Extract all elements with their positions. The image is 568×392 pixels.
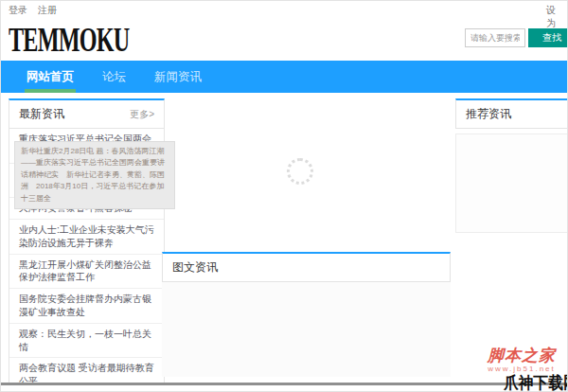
latest-news-header: 最新资讯 更多> [9,100,164,129]
set-homepage-link[interactable]: 设为 [546,5,556,28]
jb51-watermark: 脚本之家 www.jb51.net [482,347,561,373]
register-link[interactable]: 注册 [38,5,57,15]
site-logo: TEMMOKU [9,20,130,60]
page: 登录 注册 设为 TEMMOKU 查找 网站首页 论坛 新闻资讯 最新资讯 更多… [0,0,568,392]
photo-news-title: 图文资讯 [172,259,218,276]
jb51-site-url: www.jb51.net [482,365,561,373]
news-item[interactable]: 国务院安委会挂牌督办内蒙古银漫矿业事故查处 [9,289,164,324]
loading-spinner [287,158,313,185]
recommended-panel: 推荐资讯 [455,98,568,233]
photo-news-header: 图文资讯 [162,252,451,282]
search-input[interactable] [465,28,525,47]
more-link[interactable]: 更多> [130,108,154,121]
recommended-title: 推荐资讯 [466,106,511,122]
recommended-body [455,134,568,233]
corner-watermark: 爪神下载网 [504,373,568,392]
nav-item[interactable]: 网站首页 [12,61,88,93]
topbar: 登录 注册 设为 [1,1,567,16]
news-item[interactable]: 两会教育议题 受访者最期待教育公平 [9,358,164,384]
login-link[interactable]: 登录 [9,5,27,15]
nav-item[interactable]: 论坛 [88,61,140,93]
nav-item[interactable]: 新闻资讯 [140,61,216,93]
latest-news-title: 最新资讯 [19,106,64,122]
recommended-header: 推荐资讯 [455,98,568,129]
topbar-left: 登录 注册 [9,4,64,13]
photo-news-body [162,282,451,377]
page-bottom-border [1,383,567,385]
topbar-right: 设为 [546,4,559,13]
news-item[interactable]: 业内人士:工业企业未安装大气污染防治设施无异于裸奔 [9,220,164,255]
jb51-site-name: 脚本之家 [482,347,561,364]
news-item[interactable]: 观察：民生关切，一枝一叶总关情 [9,324,164,359]
search-bar: 查找 [465,28,568,47]
news-item[interactable]: 黑龙江开展小煤矿关闭整治公益保护法律监督工作 [9,255,164,290]
news-tooltip: 新华社重庆2月28日电 题：春风浩荡两江潮——重庆落实习近平总书记全国两会重要讲… [14,141,175,209]
main-nav: 网站首页 论坛 新闻资讯 [1,61,567,93]
photo-news-panel: 图文资讯 [162,252,451,377]
search-button[interactable]: 查找 [528,28,568,47]
